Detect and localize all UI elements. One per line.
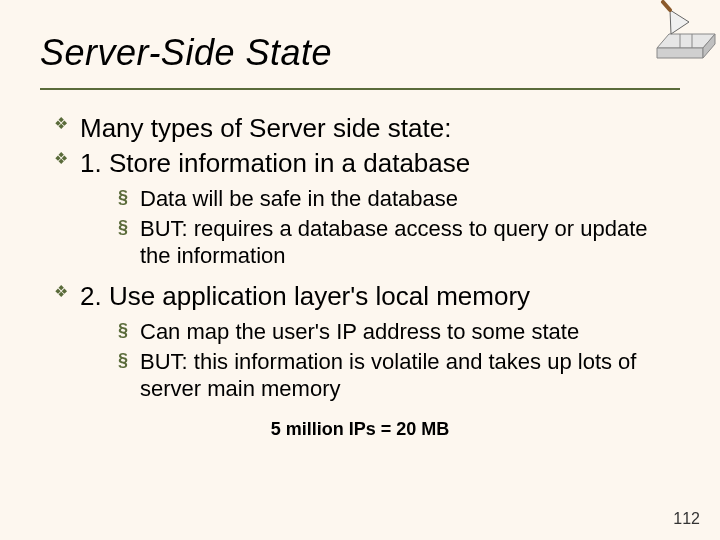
slide: Server-Side State Many types of Server s… [0,0,720,540]
bullet-item: Many types of Server side state: [54,112,680,145]
trowel-brick-icon [635,0,720,60]
sub-bullet-item: BUT: requires a database access to query… [118,215,680,270]
sub-bullet-list: Can map the user's IP address to some st… [80,318,680,403]
sub-bullet-item: Can map the user's IP address to some st… [118,318,680,346]
svg-marker-1 [657,48,703,58]
sub-bullet-text: Data will be safe in the database [140,186,458,211]
sub-bullet-item: BUT: this information is volatile and ta… [118,348,680,403]
sub-bullet-list: Data will be safe in the database BUT: r… [80,185,680,270]
svg-line-6 [663,2,670,10]
bullet-item: 2. Use application layer's local memory … [54,280,680,403]
slide-title: Server-Side State [40,32,680,74]
svg-marker-5 [670,10,689,34]
bullet-text: 2. Use application layer's local memory [80,281,530,311]
title-divider [40,88,680,90]
sub-bullet-text: Can map the user's IP address to some st… [140,319,579,344]
sub-bullet-text: BUT: requires a database access to query… [140,216,648,269]
footnote: 5 million IPs = 20 MB [40,419,680,440]
bullet-item: 1. Store information in a database Data … [54,147,680,270]
bullet-text: Many types of Server side state: [80,113,451,143]
bullet-text: 1. Store information in a database [80,148,470,178]
sub-bullet-text: BUT: this information is volatile and ta… [140,349,636,402]
bullet-list: Many types of Server side state: 1. Stor… [40,112,680,403]
page-number: 112 [673,510,700,528]
sub-bullet-item: Data will be safe in the database [118,185,680,213]
